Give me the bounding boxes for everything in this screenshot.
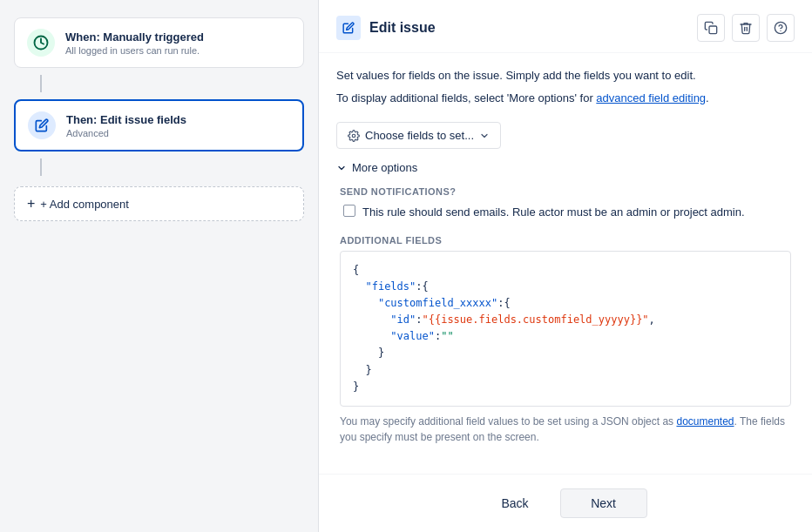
svg-rect-1 [709,26,717,34]
copy-button[interactable] [697,14,725,42]
gear-icon [348,130,360,142]
more-options-label: More options [352,161,417,174]
add-component-button[interactable]: + + Add component [14,186,304,221]
description-line2: To display additional fields, select 'Mo… [336,90,795,107]
advanced-field-link[interactable]: advanced field editing [596,91,706,104]
right-panel: Edit issue [318,0,812,532]
delete-button[interactable] [732,14,760,42]
plus-icon: + [27,196,35,212]
add-component-label: + Add component [40,198,129,211]
trigger-card[interactable]: When: Manually triggered All logged in u… [14,17,304,68]
description-suffix: . [706,91,709,104]
connector-line-2 [40,158,42,176]
action-icon [28,111,56,139]
action-card[interactable]: Then: Edit issue fields Advanced [14,99,304,152]
header-actions [697,14,795,42]
svg-point-4 [352,134,355,138]
code-block: { "fields":{ "customfield_xxxxx":{ "id":… [353,262,778,396]
notification-row: This rule should send emails. Rule actor… [340,204,791,221]
description-prefix: To display additional fields, select 'Mo… [336,91,596,104]
right-header: Edit issue [319,0,812,53]
bottom-actions: Back Next [319,474,812,532]
right-body: Set values for fields on the issue. Simp… [319,53,812,474]
json-code-editor[interactable]: { "fields":{ "customfield_xxxxx":{ "id":… [340,251,791,407]
more-options-section: More options Send notifications? This ru… [336,161,795,445]
left-panel: When: Manually triggered All logged in u… [0,0,318,532]
choose-fields-button[interactable]: Choose fields to set... [336,122,501,149]
send-notifications-group: Send notifications? This rule should sen… [336,186,795,221]
action-subtitle: Advanced [66,128,186,138]
trigger-card-text: When: Manually triggered All logged in u… [65,30,204,56]
footer-note-prefix: You may specify additional field values … [340,415,676,428]
trigger-subtitle: All logged in users can run rule. [65,45,204,56]
trigger-icon [27,29,55,57]
connector-line [40,75,42,92]
header-left: Edit issue [336,16,436,40]
description-line1: Set values for fields on the issue. Simp… [336,67,795,84]
additional-fields-label: Additional fields [340,235,791,246]
chevron-down-icon [479,131,490,141]
help-button[interactable] [767,14,795,42]
chevron-down-icon-more [336,163,347,173]
edit-issue-icon [336,16,361,40]
back-button[interactable]: Back [484,488,545,518]
more-options-toggle[interactable]: More options [336,161,795,174]
action-card-text: Then: Edit issue fields Advanced [66,113,186,138]
additional-fields-group: Additional fields { "fields":{ "customfi… [336,235,795,446]
panel-title: Edit issue [369,20,436,36]
next-button[interactable]: Next [560,488,647,518]
send-notifications-label: Send notifications? [340,186,791,197]
choose-fields-label: Choose fields to set... [365,129,474,142]
notification-text: This rule should send emails. Rule actor… [362,204,745,221]
send-email-checkbox[interactable] [343,205,355,217]
footer-note: You may specify additional field values … [340,414,791,445]
documented-link[interactable]: documented [676,415,734,428]
trigger-title: When: Manually triggered [65,30,204,44]
action-title: Then: Edit issue fields [66,113,186,126]
